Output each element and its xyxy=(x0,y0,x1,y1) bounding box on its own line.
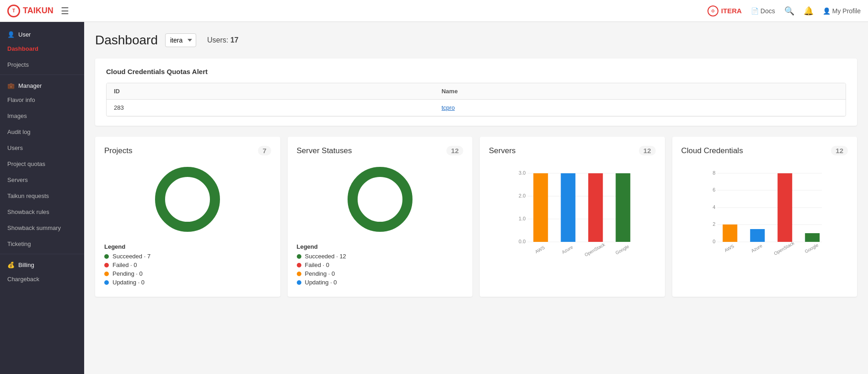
svg-text:4: 4 xyxy=(713,204,715,210)
cloud-credentials-bar-chart-wrap: 8 6 4 2 0 xyxy=(681,163,848,263)
sidebar-images-label: Images xyxy=(7,112,27,119)
servers-card-header: Servers 12 xyxy=(489,146,656,155)
name-link[interactable]: tcpro xyxy=(441,104,455,111)
sidebar-item-flavor-info[interactable]: Flavor info xyxy=(0,92,84,108)
projects-donut-chart xyxy=(151,163,224,236)
logo-text: TAIKUN xyxy=(23,6,54,16)
topnav-left: T TAIKUN ☰ xyxy=(7,5,69,17)
cloud-credentials-card-count: 12 xyxy=(831,146,848,155)
org-select[interactable]: itera xyxy=(165,33,196,47)
cards-row: Projects 7 Legend Succeeded · 7Failed · … xyxy=(95,137,857,297)
legend-item: Pending · 0 xyxy=(297,270,464,277)
sidebar-item-projects[interactable]: Projects xyxy=(0,57,84,73)
svg-text:Azure: Azure xyxy=(561,244,574,255)
sidebar-projects-label: Projects xyxy=(7,61,29,68)
svg-text:AWS: AWS xyxy=(534,245,546,254)
alert-table-container: ID Name 283tcpro xyxy=(106,83,846,117)
legend-item: Failed · 0 xyxy=(297,262,464,268)
logo-icon: T xyxy=(7,5,20,17)
legend-label: Succeeded · 12 xyxy=(305,253,346,260)
server-statuses-card-title: Server Statuses xyxy=(297,146,352,155)
svg-rect-12 xyxy=(533,173,548,242)
svg-text:2.0: 2.0 xyxy=(519,193,525,198)
legend-dot xyxy=(104,263,109,267)
notifications-icon[interactable]: 🔔 xyxy=(804,6,814,16)
logo[interactable]: T TAIKUN xyxy=(7,5,54,17)
svg-text:Google: Google xyxy=(804,242,819,254)
profile-link[interactable]: 👤 My Profile xyxy=(823,7,861,15)
search-icon[interactable]: 🔍 xyxy=(784,6,794,16)
docs-link[interactable]: 📄 Docs xyxy=(751,7,775,15)
legend-dot xyxy=(297,254,301,259)
cloud-credentials-card-title: Cloud Credentials xyxy=(681,146,743,155)
billing-section-icon: 💰 xyxy=(7,262,15,268)
users-info: Users: 17 xyxy=(207,36,238,44)
profile-icon: 👤 xyxy=(823,7,830,15)
svg-rect-15 xyxy=(616,173,630,242)
sidebar-item-images[interactable]: Images xyxy=(0,108,84,124)
topnav: T TAIKUN ☰ ⊙ ITERA 📄 Docs 🔍 🔔 👤 My Profi… xyxy=(0,0,868,22)
sidebar-divider-2 xyxy=(0,254,84,254)
legend-item: Succeeded · 7 xyxy=(104,253,271,260)
svg-text:1.0: 1.0 xyxy=(519,216,525,221)
svg-text:AWS: AWS xyxy=(723,243,735,253)
itera-label: ITERA xyxy=(721,7,742,15)
main-content: Dashboard itera Users: 17 Cloud Credenti… xyxy=(84,22,868,374)
user-section-icon: 👤 xyxy=(7,31,15,38)
page-title: Dashboard xyxy=(95,33,158,48)
projects-card-title: Projects xyxy=(104,146,132,155)
itera-logo[interactable]: ⊙ ITERA xyxy=(707,5,742,16)
legend-label: Pending · 0 xyxy=(305,270,335,277)
svg-rect-32 xyxy=(777,173,792,242)
hamburger-icon[interactable]: ☰ xyxy=(61,5,69,16)
svg-rect-33 xyxy=(805,233,820,242)
cloud-credentials-card-header: Cloud Credentials 12 xyxy=(681,146,848,155)
sidebar-item-showback-summary[interactable]: Showback summary xyxy=(0,220,84,236)
sidebar-ticketing-label: Ticketing xyxy=(7,240,31,247)
sidebar-divider-1 xyxy=(0,75,84,75)
col-header-id: ID xyxy=(107,83,434,100)
docs-icon: 📄 xyxy=(751,7,759,15)
cloud-credentials-card: Cloud Credentials 12 8 6 4 2 0 xyxy=(672,137,857,297)
legend-item: Updating · 0 xyxy=(104,279,271,286)
cloud-credentials-bar-chart: 8 6 4 2 0 xyxy=(681,166,848,258)
servers-card: Servers 12 3.0 2.0 1.0 0.0 xyxy=(480,137,665,297)
projects-card-header: Projects 7 xyxy=(104,146,271,155)
projects-card: Projects 7 Legend Succeeded · 7Failed · … xyxy=(95,137,280,297)
svg-text:Azure: Azure xyxy=(750,243,763,253)
sidebar-item-servers[interactable]: Servers xyxy=(0,172,84,188)
sidebar-item-ticketing[interactable]: Ticketing xyxy=(0,236,84,252)
svg-text:0.0: 0.0 xyxy=(519,239,525,244)
sidebar-item-chargeback[interactable]: Chargeback xyxy=(0,271,84,287)
sidebar-item-dashboard[interactable]: Dashboard xyxy=(0,41,84,57)
alert-card-title: Cloud Credentials Quotas Alert xyxy=(106,68,846,75)
user-section-label: User xyxy=(18,31,31,38)
billing-section-header: 💰 Billing xyxy=(0,256,84,271)
sidebar-project-quotas-label: Project quotas xyxy=(7,160,45,167)
legend-dot xyxy=(104,280,109,285)
sidebar-item-showback-rules[interactable]: Showback rules xyxy=(0,204,84,220)
sidebar-showback-rules-label: Showback rules xyxy=(7,208,49,215)
legend-dot xyxy=(104,272,109,276)
sidebar-item-project-quotas[interactable]: Project quotas xyxy=(0,156,84,172)
users-count: 17 xyxy=(230,36,239,44)
legend-dot xyxy=(104,254,109,259)
legend-item: Succeeded · 12 xyxy=(297,253,464,260)
projects-card-count: 7 xyxy=(258,146,271,155)
server-statuses-legend: Legend Succeeded · 12Failed · 0Pending ·… xyxy=(297,243,464,286)
sidebar-dashboard-label: Dashboard xyxy=(7,45,38,52)
server-statuses-card-count: 12 xyxy=(446,146,463,155)
docs-label: Docs xyxy=(761,7,775,15)
billing-section-label: Billing xyxy=(18,262,34,268)
projects-donut-wrap xyxy=(104,163,271,236)
servers-card-count: 12 xyxy=(639,146,656,155)
sidebar-item-audit-log[interactable]: Audit log xyxy=(0,124,84,140)
svg-text:0: 0 xyxy=(713,239,715,244)
svg-text:3.0: 3.0 xyxy=(519,170,525,176)
servers-card-title: Servers xyxy=(489,146,516,155)
alert-table-header-row: ID Name xyxy=(107,83,846,100)
sidebar-item-taikun-requests[interactable]: Taikun requests xyxy=(0,188,84,204)
topnav-right: ⊙ ITERA 📄 Docs 🔍 🔔 👤 My Profile xyxy=(707,5,861,16)
profile-label: My Profile xyxy=(832,7,861,15)
sidebar-item-users[interactable]: Users xyxy=(0,140,84,156)
